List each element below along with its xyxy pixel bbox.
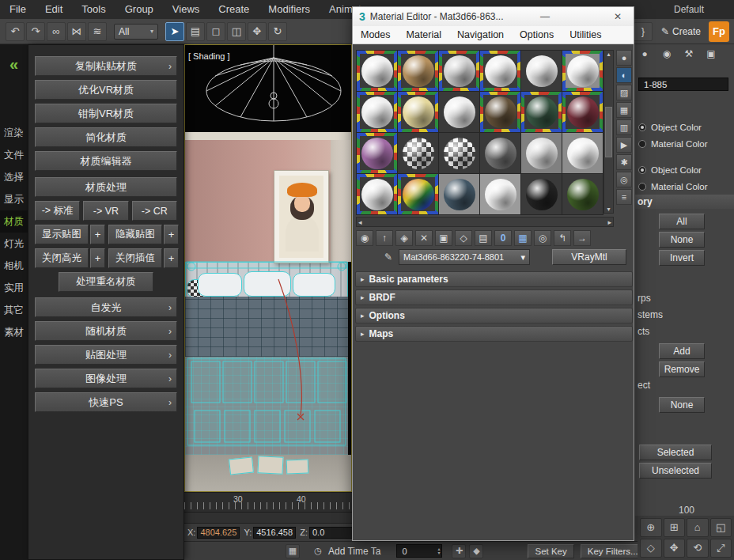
material-slot[interactable] [480, 92, 520, 132]
menu-item[interactable]: Modifiers [259, 0, 320, 19]
key-filters-button[interactable]: Key Filters... [581, 544, 645, 558]
scroll-down-icon[interactable]: ▾ [607, 206, 610, 213]
material-slot[interactable] [439, 92, 479, 132]
select-and-rotate-icon[interactable]: ↻ [268, 22, 287, 41]
coordinate-value[interactable]: 4516.458 [253, 527, 296, 539]
sidebar-tab[interactable]: 材质 [0, 210, 28, 233]
backlight-icon[interactable]: ◐ [616, 67, 632, 83]
material-slot[interactable] [521, 174, 562, 214]
plugin-menu-item[interactable]: 复制粘贴材质 › [35, 56, 177, 76]
background-icon[interactable]: ▨ [616, 85, 632, 100]
window-crossing-icon[interactable]: ◫ [227, 22, 246, 41]
go-forward-to-sibling-icon[interactable]: → [573, 230, 591, 246]
utilities-tab-icon[interactable]: ⚒ [683, 47, 695, 60]
more-tab-icon[interactable]: ▣ [705, 47, 717, 60]
workspace-selector[interactable]: Default [674, 4, 704, 15]
editor-menu-item[interactable]: Utilities [569, 29, 601, 40]
select-by-name-icon[interactable]: ▤ [186, 22, 205, 41]
options-icon[interactable]: ✱ [616, 154, 632, 170]
put-material-to-scene-icon[interactable]: ↑ [376, 230, 393, 246]
category-item-label[interactable]: cts [638, 323, 663, 339]
sidebar-tab[interactable]: 渲染 [0, 122, 28, 144]
map-toggle-button[interactable]: 关闭插值 [108, 248, 162, 268]
menu-item[interactable]: Edit [36, 0, 72, 19]
material-slot[interactable] [439, 51, 479, 91]
sidebar-tab[interactable]: 素材 [0, 321, 28, 343]
map-plus-button[interactable]: + [164, 248, 179, 268]
convert-button[interactable]: -> 标准 [35, 201, 80, 221]
field-of-view-icon[interactable]: ◇ [640, 539, 662, 558]
material-slot[interactable] [562, 174, 603, 214]
menu-item[interactable]: Views [163, 0, 209, 19]
select-and-link-icon[interactable]: ∞ [47, 22, 66, 41]
sidebar-tab[interactable]: 显示 [0, 188, 28, 210]
redo-icon[interactable]: ↷ [26, 22, 45, 41]
material-slot[interactable] [357, 92, 397, 132]
map-plus-button[interactable]: + [90, 248, 105, 268]
material-slot[interactable] [398, 92, 438, 132]
material-slot[interactable] [521, 92, 562, 132]
fp-plugin-button[interactable]: Fp [709, 21, 729, 42]
scroll-right-icon[interactable]: ▸ [607, 218, 611, 226]
motion-tab-icon[interactable]: ● [638, 47, 651, 60]
map-plus-button[interactable]: + [90, 225, 105, 244]
rename-materials-button[interactable]: 处理重名材质 [59, 272, 153, 292]
sidebar-tab[interactable]: 其它 [0, 299, 28, 321]
minimize-button[interactable]: — [535, 11, 554, 22]
new-key-icon[interactable]: ✚ [452, 544, 466, 558]
pick-material-icon[interactable]: ✎ [381, 250, 395, 264]
sample-uv-tiling-icon[interactable]: ▦ [616, 102, 632, 118]
coordinate-value[interactable]: 4804.625 [197, 527, 240, 539]
material-slot[interactable] [562, 133, 603, 173]
material-name-dropdown[interactable]: Mat3d66-863220-74-8801 ▾ [399, 249, 530, 265]
create-button[interactable]: ✎ Create [656, 26, 706, 37]
plugin-logo-icon[interactable]: « [5, 55, 24, 74]
snap-grid-icon[interactable]: ▦ [286, 544, 300, 558]
zoom-icon[interactable]: ⊕ [640, 518, 662, 537]
material-slot[interactable] [521, 133, 562, 173]
category-item-label[interactable]: rps [638, 289, 663, 306]
editor-menu-item[interactable]: Navigation [457, 29, 504, 40]
undo-icon[interactable]: ↶ [6, 22, 25, 41]
material-slot[interactable] [357, 133, 397, 173]
material-slot[interactable] [480, 174, 520, 214]
editor-menu-item[interactable]: Material [407, 29, 441, 40]
panel-button[interactable]: None [659, 232, 705, 248]
material-slot[interactable] [521, 51, 562, 91]
color-radio-option[interactable]: Object Color [638, 161, 708, 178]
panel-button[interactable]: All [659, 214, 705, 229]
material-map-navigator-icon[interactable]: ≡ [616, 189, 632, 205]
plugin-menu-item[interactable]: 图像处理 › [35, 369, 177, 388]
menu-item[interactable]: Tools [72, 0, 115, 19]
sidebar-tab[interactable]: 实用 [0, 277, 28, 299]
panel-button[interactable]: Invert [659, 250, 705, 266]
selection-filter-dropdown[interactable]: All ▾ [114, 24, 158, 40]
material-slot[interactable] [439, 133, 479, 173]
convert-button[interactable]: -> CR [132, 201, 177, 221]
viewport-label[interactable]: [ Shading ] [188, 51, 230, 61]
scrollbar-thumb[interactable] [605, 107, 612, 157]
time-slider[interactable]: 3040 [184, 492, 352, 513]
rollout-header[interactable]: ▸ Maps [355, 326, 633, 342]
orbit-icon[interactable]: ⟲ [687, 539, 709, 558]
make-material-copy-icon[interactable]: ▣ [435, 230, 452, 246]
sidebar-tab[interactable]: 文件 [0, 144, 28, 166]
rollout-header[interactable]: ▸ BRDF [355, 289, 633, 305]
map-toggle-button[interactable]: 隐藏贴图 [108, 225, 162, 244]
show-shaded-material-in-viewport-icon[interactable]: ▦ [514, 230, 532, 246]
video-color-check-icon[interactable]: ▥ [616, 119, 632, 135]
sidebar-tab[interactable]: 相机 [0, 255, 28, 277]
plugin-menu-item[interactable]: 快速PS › [35, 392, 177, 412]
panel-button[interactable]: Selected [639, 445, 712, 460]
color-radio-option[interactable]: Material Color [638, 178, 708, 195]
scroll-left-icon[interactable]: ◂ [358, 218, 362, 226]
add-time-tag-button[interactable]: Add Time Ta [328, 546, 380, 557]
none-button[interactable]: None [659, 397, 705, 413]
frame-number-field[interactable]: 0 ▴▾ [396, 544, 442, 558]
plugin-menu-item[interactable]: 简化材质 [35, 127, 177, 147]
reset-map-icon[interactable]: ✕ [415, 230, 433, 246]
menu-item[interactable]: Create [209, 0, 259, 19]
plugin-menu-item[interactable]: 钳制VR材质 [35, 104, 177, 123]
material-slot[interactable] [398, 174, 438, 214]
select-object-icon[interactable]: ➤ [165, 22, 184, 41]
